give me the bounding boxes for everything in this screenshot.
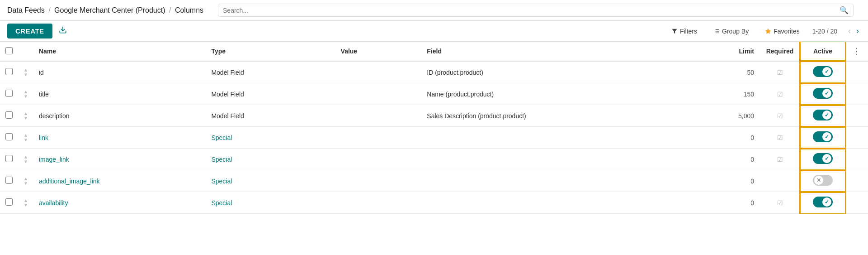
row-name: id xyxy=(39,69,44,76)
row-active: ✓ xyxy=(800,105,845,127)
row-active: ✓ xyxy=(800,83,845,105)
row-name[interactable]: additional_image_link xyxy=(39,178,100,185)
active-toggle[interactable]: ✓ xyxy=(813,88,833,99)
row-more xyxy=(845,83,868,105)
breadcrumb: Data Feeds / Google Merchant Center (Pro… xyxy=(7,6,203,14)
row-type: Model Field xyxy=(211,91,244,98)
group-by-button[interactable]: Group By xyxy=(710,26,752,37)
row-checkbox[interactable] xyxy=(5,90,13,97)
sort-handle[interactable]: ▲▼ xyxy=(24,111,28,120)
required-check-icon: ☑ xyxy=(777,91,783,98)
row-limit: 150 xyxy=(723,83,760,105)
limit-column-header: Limit xyxy=(723,42,760,61)
toggle-check-icon: ✓ xyxy=(825,199,829,205)
row-checkbox[interactable] xyxy=(5,155,13,162)
value-column-header: Value xyxy=(335,42,422,61)
toggle-check-icon: ✓ xyxy=(825,134,829,140)
row-required: ☑ xyxy=(760,61,800,83)
row-more xyxy=(845,127,868,149)
more-options-button[interactable]: ⋮ xyxy=(851,46,863,56)
prev-page-button[interactable]: ‹ xyxy=(846,25,853,37)
svg-marker-8 xyxy=(765,29,771,34)
sort-handle[interactable]: ▲▼ xyxy=(24,133,28,142)
sort-handle[interactable]: ▲▼ xyxy=(24,198,28,207)
row-type: Model Field xyxy=(211,69,244,76)
row-name[interactable]: link xyxy=(39,134,48,141)
row-checkbox[interactable] xyxy=(5,198,13,206)
row-required: ☑ xyxy=(760,192,800,214)
pagination-info: 1-20 / 20 xyxy=(812,28,837,35)
required-check-icon: ☑ xyxy=(777,134,783,141)
create-button[interactable]: CREATE xyxy=(7,24,52,38)
row-field: Sales Description (product.product) xyxy=(421,105,723,127)
table-row: ▲▼titleModel FieldName (product.product)… xyxy=(0,83,868,105)
required-check-icon: ☑ xyxy=(777,156,783,163)
sort-handle[interactable]: ▲▼ xyxy=(24,177,28,186)
row-type[interactable]: Special xyxy=(211,156,232,163)
favorites-button[interactable]: Favorites xyxy=(761,26,803,37)
field-column-header: Field xyxy=(421,42,723,61)
row-name[interactable]: image_link xyxy=(39,156,69,163)
sort-handle[interactable]: ▲▼ xyxy=(24,155,28,164)
next-page-button[interactable]: › xyxy=(854,25,861,37)
data-table: Name Type Value Field Limit Required Act… xyxy=(0,42,868,214)
search-container: 🔍 xyxy=(218,4,854,17)
row-limit: 50 xyxy=(723,61,760,83)
active-toggle[interactable]: ✓ xyxy=(813,110,833,120)
select-all-header xyxy=(0,42,18,61)
active-toggle[interactable]: ✓ xyxy=(813,66,833,77)
row-limit: 0 xyxy=(723,192,760,214)
row-value xyxy=(335,170,422,192)
row-name[interactable]: availability xyxy=(39,199,68,207)
row-type[interactable]: Special xyxy=(211,134,232,141)
group-by-icon xyxy=(713,28,720,34)
active-toggle[interactable]: ✓ xyxy=(813,153,833,164)
row-more xyxy=(845,149,868,170)
row-value xyxy=(335,61,422,83)
table-row: ▲▼descriptionModel FieldSales Descriptio… xyxy=(0,105,868,127)
row-type[interactable]: Special xyxy=(211,178,232,185)
row-checkbox[interactable] xyxy=(5,68,13,75)
row-type[interactable]: Special xyxy=(211,199,232,207)
required-check-icon: ☑ xyxy=(777,199,783,207)
toggle-check-icon: ✓ xyxy=(825,112,829,118)
pagination-nav: ‹ › xyxy=(846,25,861,37)
toggle-check-icon: ✓ xyxy=(825,68,829,75)
name-column-header: Name xyxy=(33,42,206,61)
row-field xyxy=(421,170,723,192)
table-row: ▲▼availabilitySpecial0☑ ✓ xyxy=(0,192,868,214)
sort-header xyxy=(18,42,33,61)
table-row: ▲▼idModel FieldID (product.product)50☑ ✓ xyxy=(0,61,868,83)
sort-handle[interactable]: ▲▼ xyxy=(24,90,28,99)
row-name: title xyxy=(39,91,49,98)
row-active: ✕ xyxy=(800,170,845,192)
active-toggle[interactable]: ✓ xyxy=(813,197,833,207)
data-table-container: Name Type Value Field Limit Required Act… xyxy=(0,42,868,214)
active-toggle[interactable]: ✕ xyxy=(813,175,833,186)
row-value xyxy=(335,149,422,170)
row-value xyxy=(335,127,422,149)
search-icon[interactable]: 🔍 xyxy=(840,6,849,14)
sort-handle[interactable]: ▲▼ xyxy=(24,68,28,77)
select-all-checkbox[interactable] xyxy=(5,47,13,54)
toggle-check-icon: ✓ xyxy=(825,90,829,96)
row-type: Model Field xyxy=(211,112,244,120)
row-more xyxy=(845,105,868,127)
row-more xyxy=(845,192,868,214)
row-checkbox[interactable] xyxy=(5,111,13,119)
filters-button[interactable]: Filters xyxy=(668,26,701,37)
row-field: Name (product.product) xyxy=(421,83,723,105)
search-input[interactable] xyxy=(223,7,840,14)
type-column-header: Type xyxy=(206,42,335,61)
row-active: ✓ xyxy=(800,127,845,149)
download-button[interactable] xyxy=(56,24,70,38)
toggle-x-icon: ✕ xyxy=(816,177,821,183)
favorites-icon xyxy=(765,28,771,34)
row-required: ☑ xyxy=(760,149,800,170)
table-row: ▲▼additional_image_linkSpecial0 ✕ xyxy=(0,170,868,192)
row-checkbox[interactable] xyxy=(5,133,13,140)
row-checkbox[interactable] xyxy=(5,177,13,184)
active-toggle[interactable]: ✓ xyxy=(813,131,833,142)
more-options-header: ⋮ xyxy=(845,42,868,61)
row-field xyxy=(421,127,723,149)
